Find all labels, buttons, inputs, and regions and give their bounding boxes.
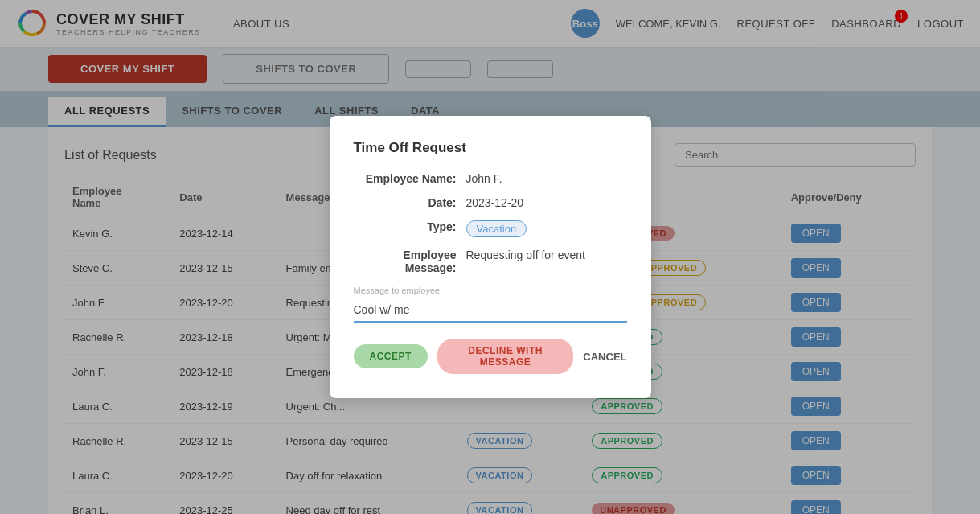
modal-type-label: Type:: [354, 220, 466, 233]
modal-employee-name-label: Employee Name:: [354, 172, 466, 185]
modal-title: Time Off Request: [354, 140, 627, 156]
cancel-button[interactable]: CANCEL: [583, 351, 626, 363]
modal-type-value: Vacation: [466, 220, 527, 237]
modal-overlay: Time Off Request Employee Name: John F. …: [0, 0, 980, 514]
modal-emp-message-row: Employee Message: Requesting off for eve…: [354, 249, 627, 274]
decline-button[interactable]: DECLINE WITH MESSAGE: [437, 339, 573, 374]
accept-button[interactable]: ACCEPT: [354, 344, 428, 368]
modal-emp-message-label: Employee Message:: [354, 249, 466, 274]
modal-message-area: Message to employee: [354, 286, 627, 323]
modal-employee-name-row: Employee Name: John F.: [354, 172, 627, 185]
modal-date-label: Date:: [354, 196, 466, 209]
modal-actions: ACCEPT DECLINE WITH MESSAGE CANCEL: [354, 339, 627, 374]
msg-to-employee-input[interactable]: [354, 298, 627, 323]
modal-emp-message-value: Requesting off for event: [466, 249, 585, 261]
modal-employee-name-value: John F.: [466, 172, 502, 185]
time-off-request-modal: Time Off Request Employee Name: John F. …: [330, 116, 651, 398]
msg-to-employee-label: Message to employee: [354, 286, 627, 295]
modal-date-value: 2023-12-20: [466, 196, 524, 209]
modal-type-row: Type: Vacation: [354, 220, 627, 237]
modal-date-row: Date: 2023-12-20: [354, 196, 627, 209]
